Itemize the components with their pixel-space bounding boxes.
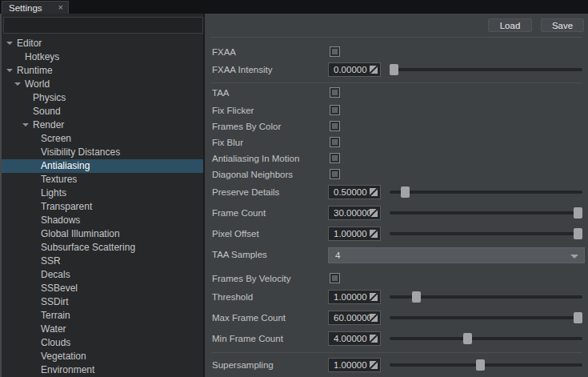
slider-handle[interactable] — [574, 312, 582, 323]
sidebar-item-shadows[interactable]: Shadows — [2, 214, 203, 227]
sidebar-item-subsurface-scattering[interactable]: Subsurface Scattering — [2, 241, 203, 255]
sidebar-item-sound[interactable]: Sound — [2, 105, 203, 118]
fxaa-intensity-value-field[interactable]: 0.00000 — [328, 62, 381, 77]
value-drag-icon[interactable] — [370, 66, 378, 74]
setting-label: Fix Flicker — [212, 103, 254, 118]
slider-handle[interactable] — [476, 359, 485, 371]
preserve-details-slider[interactable] — [390, 191, 582, 194]
frame-count-value-field[interactable]: 30.00000 — [328, 206, 381, 220]
min-frame-count-value-field[interactable]: 4.00000 — [328, 331, 381, 346]
setting-label: FXAA Intensity — [212, 62, 272, 77]
preserve-details-value-field[interactable]: 0.50000 — [328, 185, 381, 199]
taa-samples-dropdown[interactable]: 4 — [328, 247, 585, 263]
taa-checkbox[interactable] — [330, 87, 340, 98]
sidebar-item-ssbevel[interactable]: SSBevel — [2, 282, 203, 295]
field-value: 30.00000 — [334, 208, 372, 218]
sidebar-item-ssr[interactable]: SSR — [2, 255, 203, 268]
setting-label: Frame Count — [212, 206, 266, 220]
value-drag-icon[interactable] — [370, 293, 378, 301]
setting-label: Preserve Details — [212, 185, 279, 199]
settings-panel: Load Save FXAAFXAA Intensity0.00000TAAFi… — [205, 14, 588, 377]
slider-handle[interactable] — [463, 333, 472, 344]
dropdown-value: 4 — [335, 251, 340, 260]
fix-blur-checkbox[interactable] — [330, 137, 340, 147]
sidebar-item-label: Editor — [17, 38, 42, 49]
load-button[interactable]: Load — [488, 18, 532, 32]
field-value: 1.00000 — [334, 229, 367, 239]
sidebar-item-antialiasing[interactable]: Antialiasing — [2, 159, 203, 173]
fxaa-checkbox[interactable] — [330, 46, 340, 57]
max-frame-count-value-field[interactable]: 60.00000 — [328, 311, 381, 325]
expand-arrow-icon[interactable] — [22, 123, 29, 126]
setting-row-frames-by-velocity: Frames By Velocity — [205, 271, 588, 286]
value-drag-icon[interactable] — [370, 335, 378, 343]
threshold-slider[interactable] — [390, 295, 582, 299]
expand-arrow-icon[interactable] — [14, 82, 21, 86]
sidebar-item-label: Shadows — [41, 215, 80, 226]
sidebar-item-label: World — [25, 78, 50, 90]
frames-by-color-checkbox[interactable] — [330, 121, 340, 131]
value-drag-icon[interactable] — [370, 209, 378, 217]
sidebar-item-visibility-distances[interactable]: Visibility Distances — [2, 146, 203, 159]
sidebar-item-textures[interactable]: Textures — [2, 173, 203, 186]
value-drag-icon[interactable] — [370, 314, 378, 322]
setting-label: Frames By Color — [212, 119, 281, 134]
sidebar-item-global-illumination[interactable]: Global Illumination — [2, 227, 203, 241]
frames-by-velocity-checkbox[interactable] — [330, 273, 340, 283]
tab-settings[interactable]: Settings × — [2, 1, 69, 14]
sidebar-item-label: Textures — [41, 174, 77, 185]
max-frame-count-slider[interactable] — [390, 316, 582, 319]
sidebar-item-editor[interactable]: Editor — [2, 37, 203, 50]
slider-handle[interactable] — [574, 228, 582, 239]
sidebar-item-vegetation[interactable]: Vegetation — [2, 350, 203, 363]
supersampling-slider[interactable] — [390, 363, 582, 367]
slider-handle[interactable] — [574, 207, 582, 219]
sidebar-item-render[interactable]: Render — [2, 118, 203, 132]
sidebar-item-physics[interactable]: Physics — [2, 91, 203, 105]
field-value: 1.00000 — [334, 360, 367, 370]
fix-flicker-checkbox[interactable] — [330, 105, 340, 115]
supersampling-value-field[interactable]: 1.00000 — [328, 358, 381, 372]
diagonal-neighbors-checkbox[interactable] — [330, 169, 340, 179]
search-input[interactable] — [3, 17, 203, 34]
setting-label: Max Frame Count — [212, 311, 286, 325]
sidebar-item-runtime[interactable]: Runtime — [2, 64, 203, 78]
slider-handle[interactable] — [390, 64, 398, 75]
sidebar-item-label: Decals — [41, 269, 70, 280]
pixel-offset-value-field[interactable]: 1.00000 — [328, 227, 381, 241]
tab-bar: Settings × — [0, 0, 588, 14]
sidebar-item-hotkeys[interactable]: Hotkeys — [2, 50, 203, 64]
value-drag-icon[interactable] — [370, 230, 378, 238]
expand-arrow-icon[interactable] — [6, 69, 13, 72]
fxaa-intensity-slider[interactable] — [390, 68, 582, 71]
setting-row-pixel-offset: Pixel Offset1.00000 — [205, 227, 588, 241]
sidebar-item-screen[interactable]: Screen — [2, 132, 203, 146]
setting-row-diagonal-neighbors: Diagonal Neighbors — [205, 167, 588, 182]
sidebar-item-ssdirt[interactable]: SSDirt — [2, 295, 203, 309]
sidebar-item-label: Screen — [41, 133, 71, 144]
sidebar-item-lights[interactable]: Lights — [2, 186, 203, 200]
threshold-value-field[interactable]: 1.00000 — [328, 290, 381, 304]
settings-sidebar: EditorHotkeysRuntimeWorldPhysicsSoundRen… — [0, 14, 203, 377]
slider-handle[interactable] — [412, 291, 421, 303]
slider-handle[interactable] — [401, 186, 410, 198]
sidebar-item-terrain[interactable]: Terrain — [2, 309, 203, 323]
setting-label: Supersampling — [212, 358, 274, 372]
value-drag-icon[interactable] — [370, 361, 378, 369]
min-frame-count-slider[interactable] — [390, 337, 582, 340]
frame-count-slider[interactable] — [390, 211, 582, 215]
sidebar-item-environment[interactable]: Environment — [2, 363, 203, 377]
tab-close-icon[interactable]: × — [55, 3, 63, 12]
sidebar-item-water[interactable]: Water — [2, 323, 203, 336]
sidebar-item-clouds[interactable]: Clouds — [2, 336, 203, 350]
expand-arrow-icon[interactable] — [6, 42, 13, 45]
sidebar-item-transparent[interactable]: Transparent — [2, 200, 203, 214]
sidebar-item-decals[interactable]: Decals — [2, 268, 203, 282]
sidebar-item-world[interactable]: World — [2, 78, 203, 91]
pixel-offset-slider[interactable] — [390, 232, 582, 235]
antialiasing-in-motion-checkbox[interactable] — [330, 153, 340, 163]
sidebar-item-label: Antialiasing — [41, 160, 90, 171]
value-drag-icon[interactable] — [370, 188, 378, 196]
save-button[interactable]: Save — [541, 18, 584, 32]
setting-row-fxaa: FXAA — [205, 45, 588, 59]
